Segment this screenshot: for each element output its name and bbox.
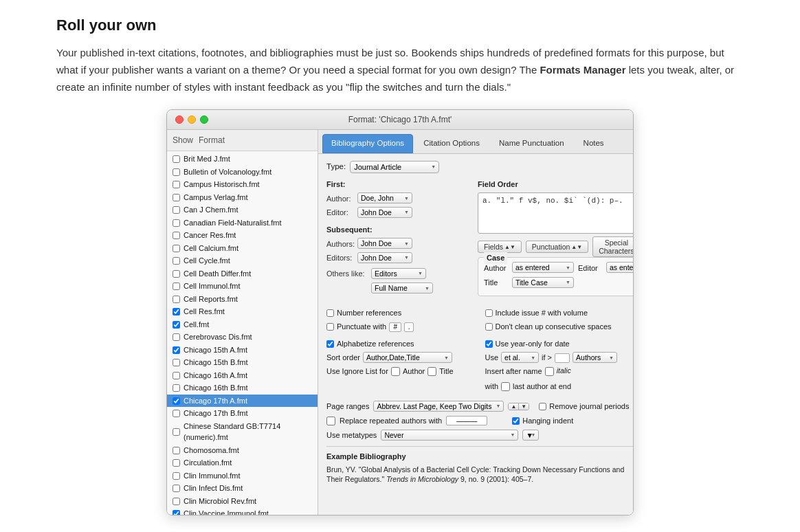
insert-after-checkbox[interactable]	[545, 367, 554, 376]
et-al-select[interactable]: et al.	[501, 352, 539, 363]
item-checkbox[interactable]	[173, 296, 180, 303]
item-checkbox[interactable]	[173, 510, 180, 515]
item-checkbox[interactable]	[173, 155, 180, 163]
punctuation-button[interactable]: Punctuation ▲▼	[526, 241, 588, 253]
list-item[interactable]: Canadian Field-Naturalist.fmt	[167, 217, 318, 230]
field-order-box[interactable]: a. "l." f v$, no. $i` `(d): p–.	[478, 192, 634, 234]
item-checkbox[interactable]	[173, 219, 180, 227]
authors-dropdown[interactable]: Authors	[573, 352, 617, 363]
item-checkbox[interactable]	[173, 282, 180, 290]
list-item[interactable]: Campus Verlag.fmt	[167, 191, 318, 204]
number-refs-checkbox[interactable]	[326, 309, 334, 317]
case-editor-select[interactable]: as entered	[606, 262, 634, 273]
replace-repeated-checkbox[interactable]	[326, 417, 335, 425]
list-item[interactable]: Clin Immunol.fmt	[167, 469, 318, 483]
item-checkbox[interactable]	[173, 397, 180, 405]
others-like-select[interactable]: Editors	[371, 268, 426, 279]
et-al-num-input[interactable]	[555, 353, 570, 363]
item-checkbox[interactable]	[173, 232, 180, 239]
item-checkbox[interactable]	[173, 245, 180, 252]
last-author-checkbox[interactable]	[501, 382, 510, 391]
list-item[interactable]: Chicago 16th B.fmt	[167, 381, 318, 395]
list-item[interactable]: Chicago 15th B.fmt	[167, 356, 318, 369]
item-checkbox[interactable]	[173, 181, 180, 188]
item-checkbox[interactable]	[173, 384, 180, 392]
list-item[interactable]: Brit Med J.fmt	[167, 153, 318, 166]
metatypes-select[interactable]: Never	[381, 430, 518, 441]
dont-clean-checkbox[interactable]	[485, 323, 493, 331]
list-item[interactable]: Cell Reports.fmt	[167, 293, 318, 306]
list-item[interactable]: Cell.fmt	[167, 318, 318, 331]
item-checkbox[interactable]	[173, 194, 180, 201]
editors-select[interactable]: John Doe	[357, 252, 412, 263]
full-name-select[interactable]: Full Name	[371, 282, 433, 293]
tab-name-punctuation[interactable]: Name Punctuation	[490, 134, 573, 153]
tab-bibliography-options[interactable]: Bibliography Options	[322, 134, 413, 153]
minimize-button[interactable]	[188, 115, 196, 124]
item-checkbox[interactable]	[173, 485, 180, 492]
metatypes-arrow-select[interactable]: ▼	[522, 430, 539, 441]
author-select[interactable]: Doe, John	[357, 192, 412, 203]
item-checkbox[interactable]	[173, 257, 180, 265]
list-item[interactable]: Chomosoma.fmt	[167, 444, 318, 457]
item-checkbox[interactable]	[173, 359, 180, 366]
tab-notes[interactable]: Notes	[575, 134, 613, 153]
list-item[interactable]: Chicago 15th A.fmt	[167, 344, 318, 357]
punctuate-with-checkbox[interactable]	[326, 323, 334, 331]
list-item[interactable]: Chicago 17th B.fmt	[167, 407, 318, 420]
fields-button[interactable]: Fields ▲▼	[478, 241, 522, 253]
item-checkbox[interactable]	[173, 428, 180, 436]
item-checkbox[interactable]	[173, 321, 180, 329]
format-label[interactable]: Format	[199, 134, 225, 146]
item-checkbox[interactable]	[173, 472, 180, 480]
sort-order-select[interactable]: Author,Date,Title	[363, 352, 452, 363]
stepper-down-button[interactable]: ▼	[518, 403, 529, 410]
list-item[interactable]: Clin Vaccine Immunol.fmt	[167, 507, 318, 515]
list-item[interactable]: Cell Calcium.fmt	[167, 242, 318, 255]
use-year-checkbox[interactable]	[485, 340, 493, 348]
item-checkbox[interactable]	[173, 498, 180, 505]
item-checkbox[interactable]	[173, 346, 180, 354]
list-item-selected[interactable]: Chicago 17th A.fmt	[167, 395, 318, 408]
list-item[interactable]: Cerebrovasc Dis.fmt	[167, 331, 318, 344]
list-item[interactable]: Cell Res.fmt	[167, 305, 318, 318]
list-item[interactable]: Cell Immunol.fmt	[167, 280, 318, 293]
maximize-button[interactable]	[200, 115, 208, 124]
tab-citation-options[interactable]: Citation Options	[414, 134, 489, 153]
case-title-select[interactable]: Title Case	[512, 277, 574, 288]
remove-journal-checkbox[interactable]	[539, 403, 546, 410]
page-ranges-select[interactable]: Abbrev. Last Page, Keep Two Digits	[373, 401, 504, 412]
item-checkbox[interactable]	[173, 333, 180, 341]
list-item[interactable]: Cell Cycle.fmt	[167, 254, 318, 267]
show-label[interactable]: Show	[173, 134, 193, 146]
punctuate-dot-input[interactable]	[404, 322, 414, 332]
item-checkbox[interactable]	[173, 270, 180, 278]
ignore-title-checkbox[interactable]	[427, 367, 436, 376]
list-item[interactable]: Bulletin of Volcanology.fmt	[167, 166, 318, 179]
authors-select[interactable]: John Doe	[357, 238, 412, 249]
close-button[interactable]	[175, 115, 184, 124]
replace-repeated-input[interactable]	[446, 416, 487, 425]
case-author-select[interactable]: as entered	[512, 262, 574, 273]
punctuate-hash-input[interactable]	[389, 322, 401, 332]
list-item[interactable]: Cancer Res.fmt	[167, 229, 318, 242]
item-checkbox[interactable]	[173, 308, 180, 315]
special-chars-button[interactable]: Special Characters ▲▼	[592, 236, 634, 257]
list-item[interactable]: Campus Historisch.fmt	[167, 178, 318, 191]
item-checkbox[interactable]	[173, 447, 180, 454]
editor-select[interactable]: John Doe	[357, 207, 412, 218]
list-item[interactable]: Chinese Standard GB:T7714 (numeric).fmt	[167, 420, 318, 444]
alphabetize-checkbox[interactable]	[326, 340, 334, 348]
list-item[interactable]: Circulation.fmt	[167, 456, 318, 469]
item-checkbox[interactable]	[173, 168, 180, 176]
item-checkbox[interactable]	[173, 372, 180, 379]
item-checkbox[interactable]	[173, 206, 180, 214]
item-checkbox[interactable]	[173, 410, 180, 417]
stepper-up-button[interactable]: ▲	[509, 403, 518, 410]
type-select[interactable]: Journal Article	[350, 161, 439, 173]
item-checkbox[interactable]	[173, 459, 180, 467]
list-item[interactable]: Chicago 16th A.fmt	[167, 369, 318, 382]
list-item[interactable]: Clin Infect Dis.fmt	[167, 482, 318, 495]
list-item[interactable]: Can J Chem.fmt	[167, 203, 318, 217]
hanging-indent-checkbox[interactable]	[512, 417, 520, 425]
